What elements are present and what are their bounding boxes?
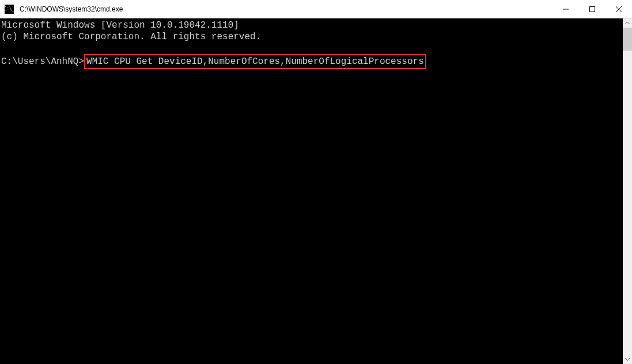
terminal-prompt: C:\Users\AnhNQ> bbox=[1, 56, 84, 67]
scroll-track[interactable] bbox=[623, 28, 632, 355]
cmd-window: C:\_ C:\WINDOWS\system32\cmd.exe Microso… bbox=[0, 0, 632, 364]
cmd-icon: C:\_ bbox=[5, 5, 14, 14]
terminal-command-highlighted: WMIC CPU Get DeviceID,NumberOfCores,Numb… bbox=[84, 54, 426, 69]
window-title: C:\WINDOWS\system32\cmd.exe bbox=[18, 5, 552, 13]
close-button[interactable] bbox=[605, 0, 632, 18]
scroll-up-button[interactable] bbox=[623, 18, 632, 28]
maximize-icon bbox=[589, 6, 595, 12]
terminal-content: Microsoft Windows [Version 10.0.19042.11… bbox=[0, 18, 632, 69]
terminal-line-copyright: (c) Microsoft Corporation. All rights re… bbox=[1, 32, 261, 42]
maximize-button[interactable] bbox=[579, 0, 605, 18]
chevron-up-icon bbox=[625, 21, 630, 25]
terminal-body[interactable]: Microsoft Windows [Version 10.0.19042.11… bbox=[0, 18, 632, 364]
title-bar: C:\_ C:\WINDOWS\system32\cmd.exe bbox=[0, 0, 632, 18]
svg-rect-1 bbox=[590, 6, 595, 12]
terminal-line-version: Microsoft Windows [Version 10.0.19042.11… bbox=[1, 20, 239, 31]
minimize-button[interactable] bbox=[552, 0, 579, 18]
scrollbar bbox=[623, 18, 632, 364]
scroll-down-button[interactable] bbox=[623, 355, 632, 364]
minimize-icon bbox=[563, 6, 569, 12]
window-controls bbox=[552, 0, 632, 18]
scroll-thumb[interactable] bbox=[623, 28, 632, 51]
close-icon bbox=[616, 6, 622, 12]
cmd-icon-text: C:\_ bbox=[3, 7, 14, 12]
chevron-down-icon bbox=[625, 357, 630, 362]
